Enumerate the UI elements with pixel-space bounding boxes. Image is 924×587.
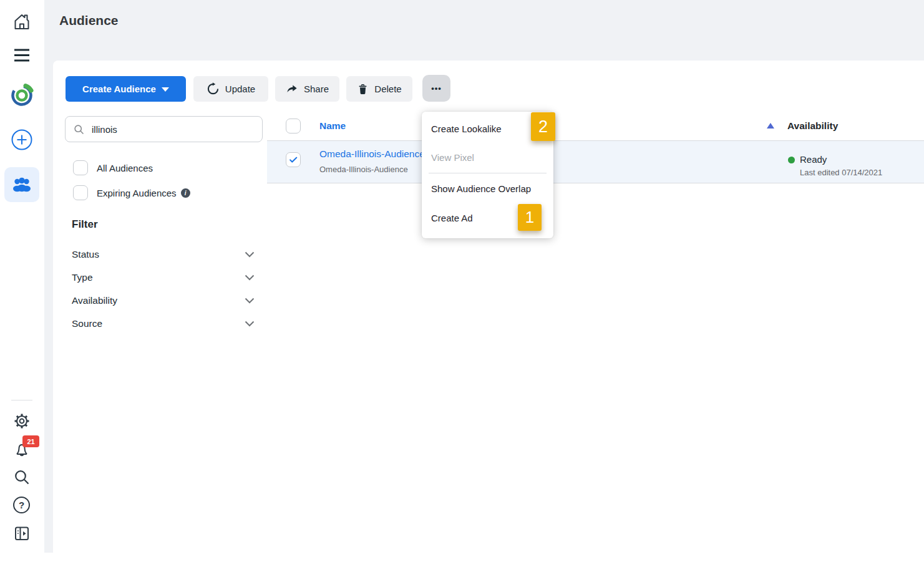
create-audience-button[interactable]: Create Audience	[66, 76, 186, 102]
refresh-icon	[207, 82, 220, 95]
collapse-panel-icon	[12, 524, 31, 543]
filter-type-label: Type	[72, 272, 93, 283]
filter-availability[interactable]: Availability	[72, 293, 255, 308]
filter-availability-label: Availability	[72, 295, 117, 306]
menu-divider	[429, 173, 547, 173]
main-menu-button[interactable]	[12, 47, 31, 63]
filter-source-label: Source	[72, 318, 102, 329]
menu-item-show-audience-overlap[interactable]: Show Audience Overlap	[422, 174, 553, 203]
trash-icon	[357, 83, 369, 95]
chevron-down-icon	[162, 87, 169, 92]
row-checkbox[interactable]	[286, 152, 301, 167]
menu-icon	[12, 47, 31, 63]
all-audiences-row: All Audiences	[73, 160, 153, 175]
info-icon[interactable]: i	[181, 188, 190, 198]
filter-type[interactable]: Type	[72, 270, 255, 285]
share-button[interactable]: Share	[275, 76, 339, 102]
audience-search-box	[65, 116, 263, 142]
availability-status: Ready	[800, 154, 827, 165]
notification-count-badge: 21	[22, 435, 39, 447]
share-label: Share	[304, 84, 329, 94]
collapse-panel-button[interactable]	[12, 524, 31, 543]
expiring-audiences-row: Expiring Audiences i	[73, 185, 190, 200]
help-button[interactable]: ?	[13, 497, 30, 513]
share-icon	[286, 83, 298, 95]
sidebar-search-button[interactable]	[12, 468, 31, 487]
filter-source[interactable]: Source	[72, 316, 255, 331]
filter-section-title: Filter	[72, 218, 98, 231]
check-icon	[288, 154, 299, 165]
help-icon: ?	[13, 497, 30, 513]
search-icon	[73, 124, 85, 135]
sidebar-divider	[11, 400, 32, 400]
home-button[interactable]	[12, 12, 32, 32]
expiring-audiences-checkbox[interactable]	[73, 185, 88, 200]
chevron-down-icon	[245, 251, 255, 258]
filter-status-label: Status	[72, 249, 99, 260]
more-icon: •••	[431, 84, 442, 93]
omeda-logo-icon	[7, 80, 36, 109]
column-header-name[interactable]: Name	[319, 120, 346, 132]
expiring-audiences-label: Expiring Audiences	[97, 188, 177, 198]
settings-icon	[12, 412, 31, 430]
home-icon	[12, 12, 32, 32]
update-label: Update	[225, 84, 255, 94]
menu-item-view-pixel: View Pixel	[422, 143, 553, 172]
status-ready-icon	[788, 157, 795, 163]
settings-button[interactable]	[12, 412, 31, 430]
last-edited-text: Last edited 07/14/2021	[800, 168, 882, 177]
all-audiences-checkbox[interactable]	[73, 160, 88, 175]
search-input[interactable]	[92, 124, 241, 135]
audience-subtitle: Omeda-Illinois-Audience	[319, 165, 408, 174]
delete-label: Delete	[374, 84, 401, 94]
add-icon	[11, 129, 33, 151]
chevron-down-icon	[245, 274, 255, 281]
sidebar: 21 ?	[0, 0, 44, 587]
delete-button[interactable]: Delete	[346, 76, 412, 102]
chevron-down-icon	[245, 298, 255, 304]
annotation-step-badge-1: 1	[518, 204, 542, 231]
audience-page: Audience	[0, 0, 924, 587]
create-audience-label: Create Audience	[82, 84, 156, 94]
add-button[interactable]	[11, 129, 33, 151]
sort-ascending-icon	[767, 123, 774, 129]
sidebar-item-audiences[interactable]	[4, 167, 39, 202]
all-audiences-label: All Audiences	[97, 163, 153, 173]
filter-status[interactable]: Status	[72, 247, 255, 262]
annotation-step-badge-2: 2	[531, 112, 555, 141]
omeda-logo[interactable]	[7, 80, 36, 109]
update-button[interactable]: Update	[193, 76, 268, 102]
audience-name-link[interactable]: Omeda-Illinois-Audience	[319, 148, 425, 160]
search-icon	[12, 468, 31, 487]
more-actions-button[interactable]: •••	[422, 75, 450, 102]
page-title: Audience	[59, 13, 119, 28]
column-header-availability[interactable]: Availability	[787, 120, 838, 132]
select-all-checkbox[interactable]	[286, 119, 301, 133]
chevron-down-icon	[245, 321, 255, 327]
audiences-icon	[11, 175, 33, 195]
